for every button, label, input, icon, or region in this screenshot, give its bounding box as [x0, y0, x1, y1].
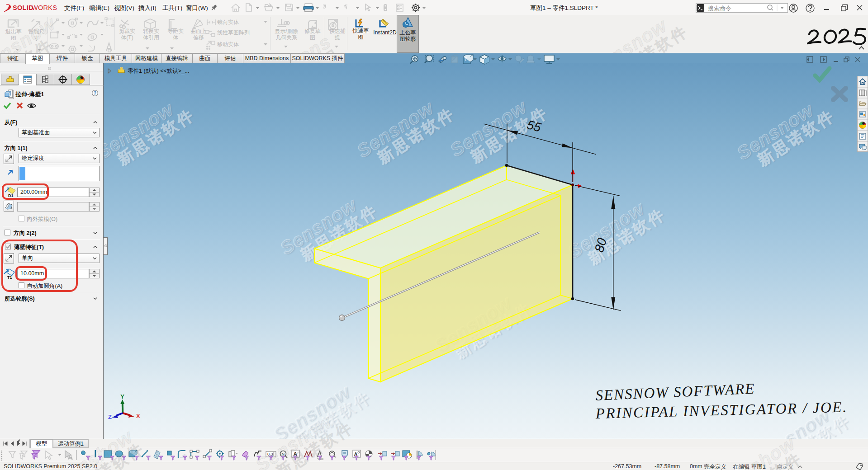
svg-text:55: 55	[525, 118, 543, 135]
svg-text:X: X	[136, 413, 140, 419]
svg-text:SENSNOW SOFTWARE: SENSNOW SOFTWARE	[595, 381, 755, 404]
svg-text:SOLID: SOLID	[13, 4, 33, 11]
svg-text:Z: Z	[108, 414, 112, 420]
svg-text:Y: Y	[120, 393, 124, 400]
svg-text:80: 80	[592, 236, 610, 254]
svg-text:?: ?	[94, 90, 96, 96]
svg-text:PRINCIPAL INVESTIGATOR / JOE.: PRINCIPAL INVESTIGATOR / JOE.	[595, 399, 848, 422]
svg-text:WORKS: WORKS	[32, 4, 57, 11]
